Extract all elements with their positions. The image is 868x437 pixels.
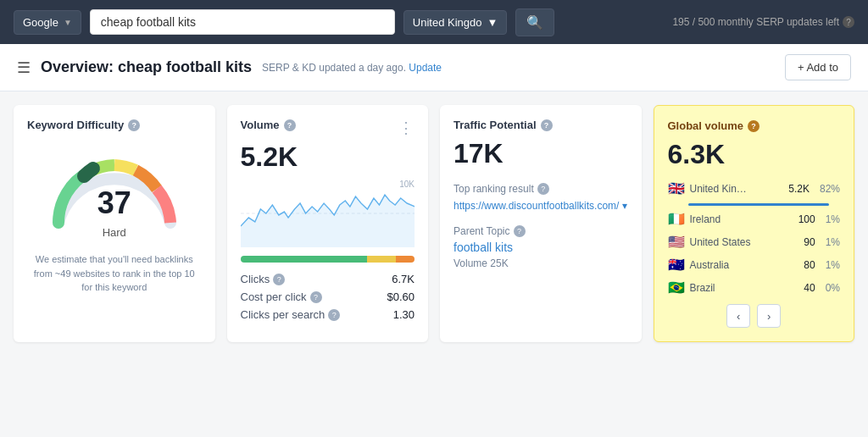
cards-area: Keyword Difficulty ? 37 (0, 91, 868, 356)
clicks-help-icon[interactable]: ? (273, 274, 285, 285)
country-pct: 1% (826, 213, 840, 225)
cpc-value: $0.60 (387, 290, 415, 303)
clicks-bar-green (241, 256, 368, 263)
country-name: United States (690, 236, 799, 248)
keyword-input[interactable] (90, 9, 395, 35)
parent-topic-label: Parent Topic ? (453, 225, 628, 237)
country-row: 🇧🇷 Brazil 40 0% (668, 279, 841, 296)
svg-marker-1 (241, 195, 415, 247)
country-flag: 🇺🇸 (668, 234, 685, 250)
clicks-label: Clicks ? (241, 273, 286, 285)
volume-card: Volume ? ⋮ 5.2K 10K Clicks (227, 105, 429, 342)
country-label: United Kingdo (413, 16, 482, 29)
update-link[interactable]: Update (409, 62, 442, 74)
country-flag: 🇦🇺 (668, 257, 685, 273)
kd-help-icon[interactable]: ? (128, 119, 140, 131)
volume-chart-svg (241, 180, 415, 247)
menu-icon[interactable]: ☰ (17, 58, 31, 77)
country-volume: 80 (804, 259, 815, 271)
uk-volume-bar (688, 203, 830, 206)
traffic-number: 17K (453, 138, 628, 169)
country-flag: 🇧🇷 (668, 279, 685, 296)
global-card: Global volume ? 6.3K 🇬🇧 United Kin… 5.2K… (654, 105, 855, 342)
ranking-url-link[interactable]: https://www.discountfootballkits.com/ ▾ (453, 200, 628, 212)
country-flag: 🇬🇧 (668, 180, 685, 196)
prev-page-button[interactable]: ‹ (726, 304, 750, 328)
serp-counter: 195 / 500 monthly SERP updates left ? (672, 16, 854, 28)
country-volume: 5.2K (788, 183, 810, 195)
volume-number: 5.2K (241, 141, 415, 173)
country-volume: 100 (798, 213, 815, 225)
top-ranking-label: Top ranking result ? (453, 183, 628, 195)
volume-chart: 10K (241, 180, 415, 247)
kd-gauge: 37 (47, 147, 182, 223)
update-notice: SERP & KD updated a day ago. Update (262, 62, 442, 74)
country-name: Brazil (690, 282, 799, 294)
cpc-help-icon[interactable]: ? (310, 291, 322, 303)
chart-y-label: 10K (399, 180, 415, 189)
add-to-button[interactable]: + Add to (785, 54, 851, 80)
cps-metric-row: Clicks per search ? 1.30 (241, 308, 415, 321)
next-page-button[interactable]: › (757, 304, 781, 328)
country-volume: 40 (804, 282, 815, 294)
cps-help-icon[interactable]: ? (328, 309, 340, 321)
search-button[interactable]: 🔍 (515, 8, 554, 36)
serp-info-icon[interactable]: ? (843, 16, 854, 28)
volume-card-title: Volume ? (241, 119, 296, 131)
cps-value: 1.30 (393, 308, 415, 321)
kd-score: 37 (97, 185, 131, 221)
country-pct: 82% (820, 183, 840, 195)
parent-topic-help-icon[interactable]: ? (514, 225, 526, 237)
global-volume-number: 6.3K (668, 139, 841, 170)
clicks-bar-yellow (367, 256, 396, 263)
cpc-metric-row: Cost per click ? $0.60 (241, 290, 415, 303)
country-name: United Kin… (690, 183, 784, 195)
country-row: 🇦🇺 Australia 80 1% (668, 257, 841, 273)
country-pct: 0% (826, 282, 840, 294)
country-name: Australia (690, 259, 799, 271)
kd-card: Keyword Difficulty ? 37 (14, 105, 215, 342)
topbar: Google ▼ United Kingdo ▼ 🔍 195 / 500 mon… (0, 0, 868, 44)
pagination-nav: ‹ › (668, 304, 841, 328)
engine-label: Google (23, 16, 58, 29)
country-pct: 1% (826, 259, 840, 271)
kd-card-title: Keyword Difficulty ? (27, 119, 140, 131)
page-header: ☰ Overview: cheap football kits SERP & K… (0, 44, 868, 91)
parent-topic-link[interactable]: football kits (453, 241, 513, 254)
page-title: Overview: cheap football kits (41, 58, 252, 76)
country-chevron-icon: ▼ (487, 16, 498, 29)
country-row: 🇺🇸 United States 90 1% (668, 234, 841, 250)
global-help-icon[interactable]: ? (748, 120, 760, 132)
dropdown-icon: ▾ (622, 200, 627, 212)
country-pct: 1% (826, 236, 840, 248)
header-left: ☰ Overview: cheap football kits SERP & K… (17, 58, 442, 77)
country-volume: 90 (804, 236, 815, 248)
cps-label: Clicks per search ? (241, 308, 341, 321)
cpc-label: Cost per click ? (241, 290, 322, 303)
country-list: 🇬🇧 United Kin… 5.2K 82% 🇮🇪 Ireland 100 1… (668, 180, 841, 296)
country-name: Ireland (690, 213, 793, 225)
clicks-bar-orange (396, 256, 415, 263)
engine-chevron-icon: ▼ (64, 18, 72, 27)
country-row: 🇬🇧 United Kin… 5.2K 82% (668, 180, 841, 196)
country-row: 🇮🇪 Ireland 100 1% (668, 211, 841, 227)
volume-help-icon[interactable]: ? (284, 119, 296, 131)
country-flag: 🇮🇪 (668, 211, 685, 227)
top-ranking-help-icon[interactable]: ? (537, 183, 549, 195)
traffic-card: Traffic Potential ? 17K Top ranking resu… (440, 105, 642, 342)
engine-selector[interactable]: Google ▼ (14, 10, 81, 35)
global-card-title: Global volume ? (668, 119, 841, 132)
parent-volume: Volume 25K (453, 257, 628, 269)
volume-card-header: Volume ? ⋮ (241, 119, 415, 138)
clicks-metric-row: Clicks ? 6.7K (241, 273, 415, 285)
clicks-value: 6.7K (392, 273, 415, 285)
clicks-bar (241, 256, 415, 263)
more-options-icon[interactable]: ⋮ (398, 119, 415, 137)
country-selector[interactable]: United Kingdo ▼ (403, 10, 508, 35)
kd-description: We estimate that you'll need backlinks f… (27, 252, 202, 295)
traffic-card-title: Traffic Potential ? (453, 119, 628, 131)
traffic-help-icon[interactable]: ? (541, 119, 553, 131)
